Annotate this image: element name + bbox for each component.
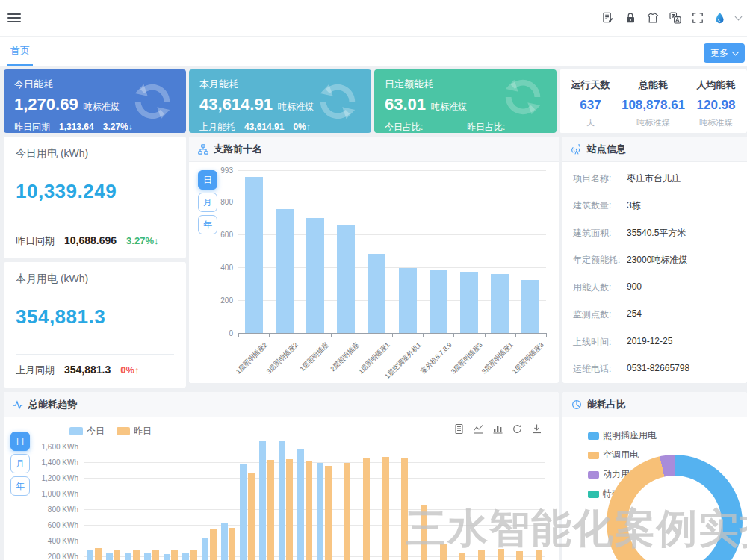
panel-title: 站点信息 xyxy=(587,143,626,156)
more-button[interactable]: 更多 xyxy=(704,43,745,63)
site-row-service-phone: 运维电话: 0531-82665798 xyxy=(573,363,740,376)
bar-yesterday xyxy=(363,458,370,560)
legend-item-lighting[interactable]: 照明插座用电 xyxy=(588,429,657,442)
gridline xyxy=(238,202,546,202)
lock-icon[interactable] xyxy=(624,12,636,25)
water-drop-logo-icon[interactable] xyxy=(713,12,726,25)
bar-today xyxy=(202,538,208,560)
axis-tick-label: 400 KWh xyxy=(35,537,78,545)
site-info-panel: 站点信息 项目名称: 枣庄市台儿庄 建筑数量: 3栋 建筑面积: 35540.5… xyxy=(562,137,747,383)
axis-tick-label: 993 xyxy=(220,167,233,175)
bar xyxy=(337,225,355,333)
bar-yesterday xyxy=(190,550,197,560)
bar xyxy=(276,209,294,333)
theme-shirt-icon[interactable] xyxy=(646,12,659,25)
note-edit-icon[interactable] xyxy=(601,12,614,25)
bar-yesterday xyxy=(248,473,255,560)
toolbox-refresh-icon[interactable] xyxy=(512,423,523,435)
bar-yesterday xyxy=(95,548,102,560)
bar-today xyxy=(87,550,93,560)
bar-yesterday xyxy=(152,550,159,560)
period-day-button[interactable]: 日 xyxy=(10,432,30,451)
toolbox-bar-chart-icon[interactable] xyxy=(492,423,503,435)
bar-yesterday xyxy=(306,461,312,560)
panel-header: 能耗占比 xyxy=(562,392,747,417)
axis-tick xyxy=(392,333,393,337)
legend-item-yesterday[interactable]: 昨日 xyxy=(117,425,152,438)
axis-tick-label: 800 xyxy=(220,198,233,206)
bar xyxy=(399,268,417,333)
tab-home[interactable]: 首页 xyxy=(10,36,30,66)
axis-tick xyxy=(515,333,516,337)
legend-item-hvac[interactable]: 空调用电 xyxy=(588,449,657,461)
bar-yesterday xyxy=(382,457,389,560)
period-month-button[interactable]: 月 xyxy=(198,193,217,212)
divider xyxy=(16,225,174,225)
toolbox-data-view-icon[interactable] xyxy=(453,423,465,435)
site-row-online-date: 上线时间: 2019-12-25 xyxy=(573,336,740,349)
kpi-value: 1,270.69 xyxy=(14,95,78,114)
site-row-building-area: 建筑面积: 35540.5平方米 xyxy=(573,227,740,240)
compare-label: 上月同期 xyxy=(16,364,55,377)
legend-item-today[interactable]: 今日 xyxy=(69,425,105,438)
bar xyxy=(368,254,385,333)
bar xyxy=(245,177,263,333)
toolbox-download-icon[interactable] xyxy=(531,423,542,435)
language-switch-icon[interactable] xyxy=(669,12,681,25)
bar-yesterday xyxy=(478,550,485,560)
toolbox-line-chart-icon[interactable] xyxy=(473,423,484,435)
trend-legend: 今日 昨日 xyxy=(69,425,152,438)
period-day-button[interactable]: 日 xyxy=(198,170,217,190)
bar-yesterday xyxy=(114,550,120,560)
energy-trend-chart: 200 KWh400 KWh600 KWh800 KWh1,000 KWh1,2… xyxy=(84,441,545,560)
bar-today xyxy=(240,464,247,560)
axis-category-label: 1层照明插座 xyxy=(298,340,332,374)
bar-today xyxy=(144,553,151,560)
legend-swatch xyxy=(117,427,130,435)
fullscreen-icon[interactable] xyxy=(691,12,704,25)
dashboard-root: 首页 更多 今日能耗 1,270.69 吨标准煤 昨日同期 1,313.64 3… xyxy=(0,0,747,560)
axis-tick xyxy=(362,333,362,337)
bar-yesterday xyxy=(229,528,235,560)
gridline xyxy=(84,478,545,479)
hierarchy-icon xyxy=(198,144,208,155)
bar-today xyxy=(297,449,304,560)
bar-today xyxy=(259,441,266,560)
antenna-icon xyxy=(571,144,582,155)
bar-yesterday xyxy=(498,549,504,560)
site-row-building-count: 建筑数量: 3栋 xyxy=(573,199,740,212)
topbar xyxy=(0,0,747,37)
site-row-project-name: 项目名称: 枣庄市台儿庄 xyxy=(573,172,740,185)
panel-header: 支路前十名 xyxy=(189,137,559,162)
hamburger-menu-icon[interactable] xyxy=(7,11,22,25)
chevron-down-icon[interactable] xyxy=(735,13,743,21)
period-year-button[interactable]: 年 xyxy=(198,215,217,234)
panel-title: 总能耗趋势 xyxy=(28,398,77,411)
compare-label: 今日占比: xyxy=(385,122,423,132)
gridline xyxy=(84,541,545,541)
axis-tick xyxy=(453,333,454,337)
stat-per-capita-energy: 人均能耗 120.98 吨标准煤 xyxy=(685,69,747,133)
axis-tick xyxy=(300,333,300,337)
bar-yesterday xyxy=(210,529,217,560)
bar-today xyxy=(317,463,323,560)
period-switcher: 日 月 年 xyxy=(198,170,217,234)
period-month-button[interactable]: 月 xyxy=(10,454,30,473)
bar xyxy=(521,280,539,333)
kpi-unit: 吨标准煤 xyxy=(278,101,314,113)
kpi-unit: 吨标准煤 xyxy=(431,101,467,113)
bar-today xyxy=(164,554,170,560)
period-year-button[interactable]: 年 xyxy=(10,476,30,496)
compare-label: 上月能耗 xyxy=(199,121,235,133)
today-power-card: 今日用电 (kWh) 10,339.249 昨日同期 10,688.696 3.… xyxy=(4,137,186,258)
bar-yesterday xyxy=(325,466,332,560)
gridline xyxy=(84,494,545,494)
kpi-card-month-energy: 本月能耗 43,614.91 吨标准煤 上月能耗 43,614.91 0%↑ xyxy=(189,69,371,133)
compare-label: 昨日占比: xyxy=(467,122,505,132)
axis-tick xyxy=(238,333,239,337)
compare-value: 1,313.64 xyxy=(59,122,94,132)
branch-top10-panel: 支路前十名 日 月 年 02004006008009931层照明插座23层照明插… xyxy=(189,137,559,383)
kpi-value: 63.01 xyxy=(385,95,426,114)
bar xyxy=(491,274,509,333)
kpi-card-today-energy: 今日能耗 1,270.69 吨标准煤 昨日同期 1,313.64 3.27%↓ xyxy=(4,69,186,133)
